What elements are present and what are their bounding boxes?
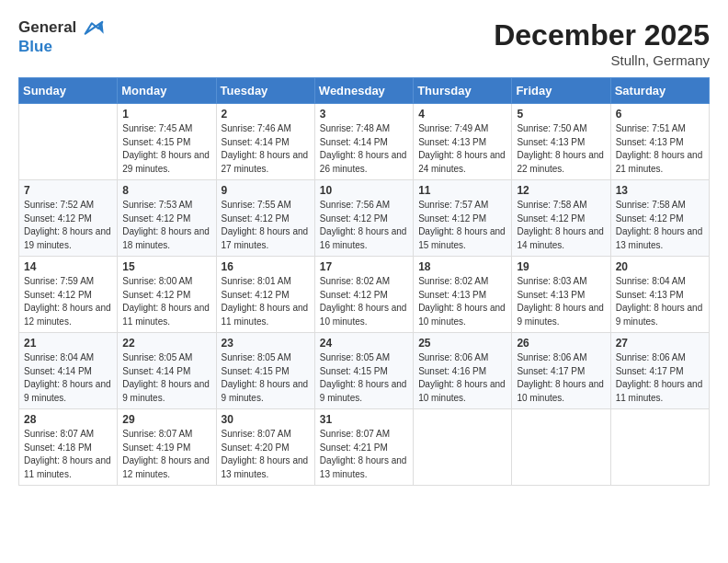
day-number: 9 (222, 184, 310, 197)
sunset-text: Sunset: 4:17 PM (517, 366, 585, 376)
title-block: December 2025 Stulln, Germany (494, 18, 710, 68)
sunrise-text: Sunrise: 8:07 AM (24, 429, 94, 439)
day-info: Sunrise: 8:07 AMSunset: 4:21 PMDaylight:… (320, 428, 408, 481)
calendar-cell: 23Sunrise: 8:05 AMSunset: 4:15 PMDayligh… (216, 333, 314, 409)
calendar-cell: 19Sunrise: 8:03 AMSunset: 4:13 PMDayligh… (512, 257, 610, 333)
sunrise-text: Sunrise: 8:02 AM (418, 276, 488, 286)
day-number: 25 (418, 337, 506, 350)
daylight-text: Daylight: 8 hours and 13 minutes. (222, 455, 309, 479)
day-number: 16 (222, 260, 310, 273)
day-info: Sunrise: 8:02 AMSunset: 4:12 PMDaylight:… (320, 275, 408, 328)
sunrise-text: Sunrise: 8:06 AM (418, 352, 488, 362)
daylight-text: Daylight: 8 hours and 9 minutes. (616, 303, 703, 327)
calendar-cell: 27Sunrise: 8:06 AMSunset: 4:17 PMDayligh… (610, 333, 709, 409)
calendar-week-row: 14Sunrise: 7:59 AMSunset: 4:12 PMDayligh… (19, 257, 710, 333)
calendar-cell: 18Sunrise: 8:02 AMSunset: 4:13 PMDayligh… (414, 257, 512, 333)
calendar-week-row: 1Sunrise: 7:45 AMSunset: 4:15 PMDaylight… (19, 104, 710, 180)
day-info: Sunrise: 7:49 AMSunset: 4:13 PMDaylight:… (418, 122, 506, 176)
day-number: 31 (320, 413, 408, 426)
sunset-text: Sunset: 4:14 PM (222, 137, 290, 147)
daylight-text: Daylight: 8 hours and 10 minutes. (418, 303, 506, 327)
daylight-text: Daylight: 8 hours and 10 minutes. (418, 379, 506, 403)
sunrise-text: Sunrise: 7:50 AM (517, 123, 586, 133)
sunrise-text: Sunrise: 7:56 AM (320, 200, 390, 210)
sunset-text: Sunset: 4:12 PM (222, 290, 290, 300)
daylight-text: Daylight: 8 hours and 9 minutes. (320, 379, 407, 403)
day-number: 17 (320, 260, 408, 273)
daylight-text: Daylight: 8 hours and 12 minutes. (122, 455, 210, 479)
day-info: Sunrise: 7:50 AMSunset: 4:13 PMDaylight:… (517, 122, 605, 176)
sunrise-text: Sunrise: 8:01 AM (222, 276, 291, 286)
calendar-cell: 11Sunrise: 7:57 AMSunset: 4:12 PMDayligh… (414, 180, 512, 257)
daylight-text: Daylight: 8 hours and 11 minutes. (24, 455, 111, 479)
day-info: Sunrise: 8:05 AMSunset: 4:14 PMDaylight:… (122, 351, 210, 405)
sunrise-text: Sunrise: 7:58 AM (517, 200, 586, 210)
daylight-text: Daylight: 8 hours and 12 minutes. (24, 303, 111, 327)
sunset-text: Sunset: 4:12 PM (24, 290, 92, 300)
calendar-cell: 20Sunrise: 8:04 AMSunset: 4:13 PMDayligh… (610, 257, 709, 333)
sunrise-text: Sunrise: 7:51 AM (616, 123, 686, 133)
calendar-cell: 16Sunrise: 8:01 AMSunset: 4:12 PMDayligh… (216, 257, 314, 333)
day-number: 27 (616, 337, 704, 350)
day-info: Sunrise: 8:04 AMSunset: 4:14 PMDaylight:… (24, 351, 112, 405)
calendar-cell: 26Sunrise: 8:06 AMSunset: 4:17 PMDayligh… (512, 333, 610, 409)
sunset-text: Sunset: 4:13 PM (616, 137, 684, 147)
daylight-text: Daylight: 8 hours and 10 minutes. (517, 379, 604, 403)
sunset-text: Sunset: 4:13 PM (616, 290, 684, 300)
day-number: 3 (320, 108, 408, 121)
sunrise-text: Sunrise: 7:59 AM (24, 276, 94, 286)
calendar-cell: 17Sunrise: 8:02 AMSunset: 4:12 PMDayligh… (314, 257, 413, 333)
day-number: 8 (122, 184, 210, 197)
calendar-cell (512, 409, 610, 486)
sunrise-text: Sunrise: 7:55 AM (222, 200, 291, 210)
calendar-cell: 22Sunrise: 8:05 AMSunset: 4:14 PMDayligh… (118, 333, 216, 409)
sunset-text: Sunset: 4:14 PM (320, 137, 388, 147)
sunset-text: Sunset: 4:14 PM (24, 366, 92, 376)
day-info: Sunrise: 7:45 AMSunset: 4:15 PMDaylight:… (122, 122, 210, 176)
calendar-cell (19, 104, 118, 180)
sunset-text: Sunset: 4:12 PM (517, 213, 585, 224)
sunrise-text: Sunrise: 8:07 AM (222, 429, 291, 439)
sunrise-text: Sunrise: 8:04 AM (616, 276, 686, 286)
sunrise-text: Sunrise: 7:57 AM (418, 200, 488, 210)
daylight-text: Daylight: 8 hours and 19 minutes. (24, 226, 111, 250)
calendar-week-row: 21Sunrise: 8:04 AMSunset: 4:14 PMDayligh… (19, 333, 710, 409)
daylight-text: Daylight: 8 hours and 27 minutes. (222, 150, 309, 174)
daylight-text: Daylight: 8 hours and 9 minutes. (122, 379, 210, 403)
daylight-text: Daylight: 8 hours and 21 minutes. (616, 150, 703, 174)
calendar-cell: 9Sunrise: 7:55 AMSunset: 4:12 PMDaylight… (216, 180, 314, 257)
weekday-header-sunday: Sunday (19, 78, 118, 104)
weekday-header-monday: Monday (118, 78, 216, 104)
sunrise-text: Sunrise: 8:02 AM (320, 276, 390, 286)
calendar-cell: 5Sunrise: 7:50 AMSunset: 4:13 PMDaylight… (512, 104, 610, 180)
sunset-text: Sunset: 4:12 PM (616, 213, 684, 224)
page-header: General Blue December 2025 Stulln, Germa… (18, 18, 710, 68)
day-number: 14 (24, 260, 112, 273)
day-info: Sunrise: 7:48 AMSunset: 4:14 PMDaylight:… (320, 122, 408, 176)
daylight-text: Daylight: 8 hours and 13 minutes. (616, 226, 703, 250)
sunrise-text: Sunrise: 8:04 AM (24, 352, 94, 362)
calendar-week-row: 7Sunrise: 7:52 AMSunset: 4:12 PMDaylight… (19, 180, 710, 257)
daylight-text: Daylight: 8 hours and 9 minutes. (517, 303, 604, 327)
logo-icon (83, 19, 105, 38)
calendar-cell: 4Sunrise: 7:49 AMSunset: 4:13 PMDaylight… (414, 104, 512, 180)
calendar-cell (414, 409, 512, 486)
day-number: 29 (122, 413, 210, 426)
sunset-text: Sunset: 4:13 PM (517, 290, 585, 300)
day-info: Sunrise: 8:00 AMSunset: 4:12 PMDaylight:… (122, 275, 210, 328)
calendar-cell: 30Sunrise: 8:07 AMSunset: 4:20 PMDayligh… (216, 409, 314, 486)
calendar-cell: 7Sunrise: 7:52 AMSunset: 4:12 PMDaylight… (19, 180, 118, 257)
day-info: Sunrise: 7:58 AMSunset: 4:12 PMDaylight:… (616, 199, 704, 252)
daylight-text: Daylight: 8 hours and 22 minutes. (517, 150, 604, 174)
day-info: Sunrise: 8:06 AMSunset: 4:17 PMDaylight:… (517, 351, 605, 405)
day-number: 19 (517, 260, 605, 273)
day-number: 15 (122, 260, 210, 273)
day-info: Sunrise: 8:07 AMSunset: 4:18 PMDaylight:… (24, 428, 112, 481)
sunset-text: Sunset: 4:14 PM (122, 366, 190, 376)
sunset-text: Sunset: 4:15 PM (320, 366, 388, 376)
day-info: Sunrise: 8:05 AMSunset: 4:15 PMDaylight:… (222, 351, 310, 405)
day-info: Sunrise: 7:46 AMSunset: 4:14 PMDaylight:… (222, 122, 310, 176)
day-number: 11 (418, 184, 506, 197)
daylight-text: Daylight: 8 hours and 10 minutes. (320, 303, 407, 327)
day-number: 2 (222, 108, 310, 121)
